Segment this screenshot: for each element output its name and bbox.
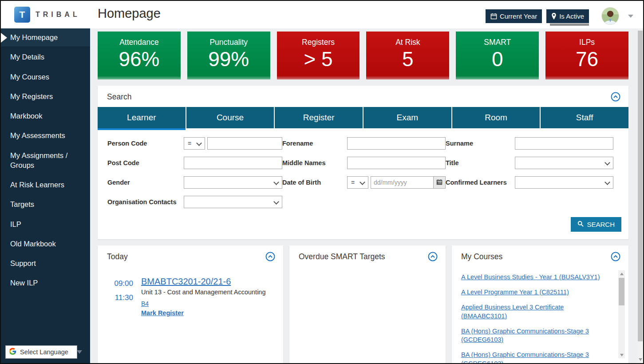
top-header: T TRIBAL Homepage Current Year [1, 1, 643, 28]
tab-staff[interactable]: Staff [541, 107, 628, 128]
organisation-contacts-label: Organisation Contacts [107, 198, 184, 206]
sidebar-item-label: Targets [10, 200, 34, 208]
kpi-at-risk[interactable]: At Risk 5 [366, 32, 449, 79]
tab-exam[interactable]: Exam [363, 107, 451, 128]
tab-learner[interactable]: Learner [98, 107, 186, 128]
kpi-value: > 5 [277, 48, 360, 71]
sidebar-item-label: My Assessments [10, 131, 65, 139]
tribal-logo-icon: T [14, 7, 30, 23]
kpi-value: 0 [456, 48, 539, 71]
sidebar-item-label: Markbook [10, 112, 42, 120]
kpi-smart[interactable]: SMART 0 [456, 32, 539, 79]
middle-names-input[interactable] [347, 157, 446, 169]
title-select[interactable] [515, 157, 613, 169]
courses-scrollbar-thumb[interactable] [619, 278, 624, 305]
sidebar-item-label: My Details [10, 53, 44, 61]
courses-collapse-button[interactable] [611, 252, 620, 261]
sidebar-item-support[interactable]: Support [1, 253, 90, 273]
course-link[interactable]: BA (Hons) Graphic Communications-Stage 3… [461, 351, 611, 363]
search-submit-button[interactable]: SEARCH [571, 217, 621, 232]
course-link[interactable]: BA (Hons) Graphic Communications-Stage 3… [461, 327, 611, 344]
current-year-button[interactable]: Current Year [486, 9, 542, 23]
my-courses-title: My Courses [461, 252, 502, 261]
search-panel-title: Search [107, 92, 131, 102]
chevron-up-circle-icon [611, 256, 620, 263]
search-collapse-button[interactable] [611, 92, 620, 102]
kpi-label: At Risk [366, 38, 449, 47]
today-panel-title: Today [107, 252, 128, 261]
sidebar-item-new-ilp[interactable]: New ILP [1, 273, 90, 293]
organisation-contacts-select[interactable] [184, 196, 282, 208]
kpi-registers[interactable]: Registers > 5 [277, 32, 360, 79]
sidebar-item-my-assignments-groups[interactable]: My Assignments / Groups [1, 146, 83, 175]
google-translate-select-language[interactable]: Select Language [5, 345, 77, 359]
kpi-tile-row: Attendance 96% Punctuality 99% Registers… [98, 32, 628, 79]
sidebar-item-my-homepage[interactable]: My Homepage [1, 28, 90, 47]
gender-select[interactable] [184, 176, 282, 189]
my-courses-panel: My Courses A Level Business Studies - Ye… [452, 245, 628, 363]
sidebar-nav: My Homepage My Details My Courses My Reg… [1, 28, 90, 363]
sidebar-item-old-markbook[interactable]: Old Markbook [1, 234, 90, 253]
confirmed-learners-select[interactable] [515, 176, 613, 189]
chevron-up-circle-icon [428, 256, 438, 263]
kpi-ilps[interactable]: ILPs 76 [545, 32, 628, 79]
gender-label: Gender [107, 179, 184, 186]
chevron-up-circle-icon [611, 96, 620, 103]
kpi-attendance[interactable]: Attendance 96% [98, 32, 181, 79]
page-scrollbar[interactable] [637, 28, 643, 363]
kpi-punctuality[interactable]: Punctuality 99% [187, 32, 270, 79]
courses-scrollbar[interactable] [618, 270, 625, 358]
post-code-input[interactable] [184, 157, 282, 169]
room-link[interactable]: B4 [141, 300, 149, 307]
search-tab-bar: Learner Course Register Exam Room Staff [98, 107, 628, 128]
overdue-smart-targets-title: Overdue SMART Targets [299, 252, 385, 261]
today-collapse-button[interactable] [265, 252, 275, 261]
sidebar-item-my-registers[interactable]: My Registers [1, 87, 90, 106]
active-item-arrow-icon [1, 33, 7, 43]
date-picker-button[interactable] [433, 177, 445, 188]
page-scrollbar-thumb[interactable] [638, 31, 643, 341]
user-avatar[interactable] [601, 7, 619, 25]
tab-course[interactable]: Course [186, 107, 274, 128]
learner-search-form: Person Code = Forename Surname Post Co [98, 128, 628, 211]
course-link[interactable]: A Level Business Studies - Year 1 (BUSAL… [461, 273, 611, 282]
person-code-operator-select[interactable]: = [184, 137, 205, 150]
sidebar-item-ilp[interactable]: ILP [1, 214, 90, 234]
smart-collapse-button[interactable] [428, 252, 438, 261]
sidebar-item-my-courses[interactable]: My Courses [1, 67, 90, 87]
dashboard-panels-row: Today 09:00 11:30 [98, 245, 628, 363]
confirmed-learners-label: Confirmed Learners [446, 179, 515, 186]
person-code-input[interactable] [207, 137, 282, 150]
sidebar-item-my-details[interactable]: My Details [1, 47, 90, 67]
surname-input[interactable] [515, 137, 613, 150]
search-button-label: SEARCH [587, 221, 615, 228]
kpi-value: 96% [98, 48, 181, 71]
sidebar-item-label: ILP [10, 220, 21, 228]
sidebar-item-my-assessments[interactable]: My Assessments [1, 126, 90, 145]
tribal-logo[interactable]: T TRIBAL [14, 7, 80, 23]
kpi-value: 76 [545, 48, 628, 71]
forename-input[interactable] [347, 137, 446, 150]
sidebar-item-at-risk-learners[interactable]: At Risk Learners [1, 175, 90, 194]
tab-register[interactable]: Register [275, 107, 363, 128]
kpi-label: ILPs [545, 38, 628, 47]
course-link[interactable]: A Level Programme Year 1 (C825111) [461, 288, 611, 297]
is-active-label: Is Active [559, 12, 584, 20]
sidebar-item-label: Old Markbook [10, 240, 56, 248]
register-group-link[interactable]: BMABTC3201-20/21-6 [141, 277, 231, 287]
date-of-birth-operator-select[interactable]: = [347, 176, 368, 189]
sidebar-item-markbook[interactable]: Markbook [1, 106, 90, 126]
kpi-label: Registers [277, 38, 360, 47]
is-active-button[interactable]: Is Active [546, 9, 589, 23]
mark-register-link[interactable]: Mark Register [141, 309, 184, 317]
scroll-up-arrow-icon[interactable] [618, 270, 625, 277]
user-menu-chevron-down-icon[interactable] [628, 15, 633, 18]
course-link[interactable]: Applied Business Level 3 Certificate (BM… [461, 303, 611, 320]
tab-room[interactable]: Room [452, 107, 540, 128]
app-window: T TRIBAL Homepage Current Year [0, 0, 644, 364]
sidebar-item-targets[interactable]: Targets [1, 194, 90, 214]
page-scroll-down-arrow-icon[interactable] [637, 358, 643, 361]
kpi-label: SMART [456, 38, 539, 47]
tribal-brand-text: TRIBAL [36, 11, 80, 19]
scroll-down-arrow-icon[interactable] [618, 352, 625, 358]
